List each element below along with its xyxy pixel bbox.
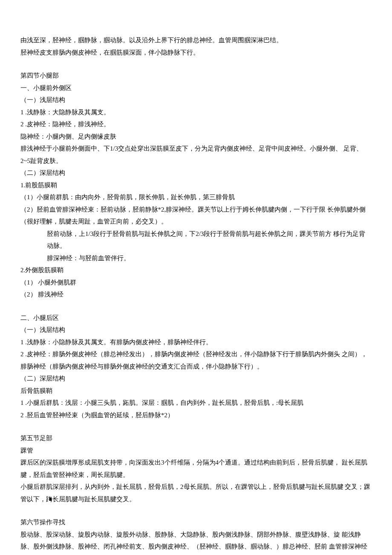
s6-para-1: 股动脉、股深动脉、旋股内动脉、旋股外动脉、股静脉、大隐静脉、股内侧浅静脉、阴部外… [20,529,372,555]
s4-b-s1-item-1: 1 .浅静脉：小隐静脉及其属支。有腓肠内侧皮神经，腓肠神经伴行。 [20,336,372,349]
section-5-title: 第五节足部 [20,432,372,445]
s5-para-1: 踝后区的深筋膜增厚形成屈肌支持带，向深面发出3个纤维隔，分隔为4个通道。通过结构… [20,456,372,481]
s4-a-s1-item-1: 1 .浅静脉：大隐静脉及其属支。 [20,106,372,119]
s4-a-s1-heading: （一）浅层结构 [20,94,372,106]
s4-b-s2-para-1: 后骨筋膜鞘 [20,385,372,397]
s5-para-2: 小腿后群肌深层排列，从内到外，趾长屈肌，胫骨后肌，2母长屈肌。所以，在踝管以上，… [20,481,372,505]
s4-a-s2-g2-heading: 2.外侧股筋膜鞘 [20,264,372,276]
s4-a-s2-g1-item-4: 腓深神经：与胫前血管伴行。 [20,252,372,264]
s4-a-heading: 一、小腿前外侧区 [20,82,372,94]
section-6-title: 第六节操作寻找 [20,516,372,529]
s4-a-s1-para-2: 腓浅神经于小腿前外侧面中、下1/3交点处穿出深筋膜至皮下，分为足背内侧皮神经、足… [20,142,372,167]
s4-a-s1-para-1: 隐神经：小腿内侧、足内侧缘皮肤 [20,131,372,143]
s4-a-s2-g1-item-2: （2）胫前血管腓深神经束：胫前动脉，胫前静脉*2,腓深神经。踝关节以上行于姆长伸… [20,203,372,228]
s5-heading: 踝管 [20,445,372,457]
blank-line [20,301,372,312]
s4-a-s1-item-2: 2 .皮神经：隐神经，腓浅神经。 [20,118,372,131]
blank-line [20,58,372,70]
s4-b-s2-item-1: 1 .小腿后群肌：浅层：小腿三头肌，跖肌。深层：腘肌，自内到外，趾长屈肌，胫骨后… [20,397,372,409]
s4-b-s2-heading: （二）深层结构 [20,372,372,385]
s4-a-s2-g1-heading: 1.前股筋膜鞘 [20,179,372,192]
s4-b-heading: 二、小腿后区 [20,312,372,324]
s4-a-s2-g1-item-1: （1）小腿前群肌：由内向外，胫骨前肌，限长伸肌，趾长伸肌，第三腓骨肌 [20,191,372,203]
section-4-title: 第四节小腿部 [20,70,372,82]
intro-line-2: 胫神经皮支腓肠内侧皮神经，在腘筋膜深面，伴小隐静脉下行。 [20,46,372,59]
s4-a-s2-g2-item-1: （1） 小腿外侧肌群 [20,276,372,289]
s4-a-s2-g1-item-3: 胫前动脉，上1/3段行于胫骨前肌与趾长伸肌之间，下2/3段行于胫骨前肌与超长伸肌… [20,228,372,252]
s4-b-s2-item-2: 2 .胫后血管胫神经束（为腘血管的延续，胫后静脉*2） [20,409,372,421]
blank-line [20,421,372,432]
intro-line-1: 由浅至深，胫神经，腘静脉，腘动脉。以及沿外上界下行的腓总神经。血管周围腘深淋巴结… [20,34,372,46]
s4-b-s1-heading: （一）浅层结构 [20,324,372,336]
blank-line [20,505,372,516]
s4-a-s2-heading: （二）深层结构 [20,167,372,179]
s4-b-s1-item-2: 2 .皮神经：腓肠外侧皮神经（腓总神经发出），腓肠内侧皮神经（胫神经发出，伴小隐… [20,348,372,372]
s4-a-s2-g2-item-2: （2） 腓浅神经 [20,288,372,301]
